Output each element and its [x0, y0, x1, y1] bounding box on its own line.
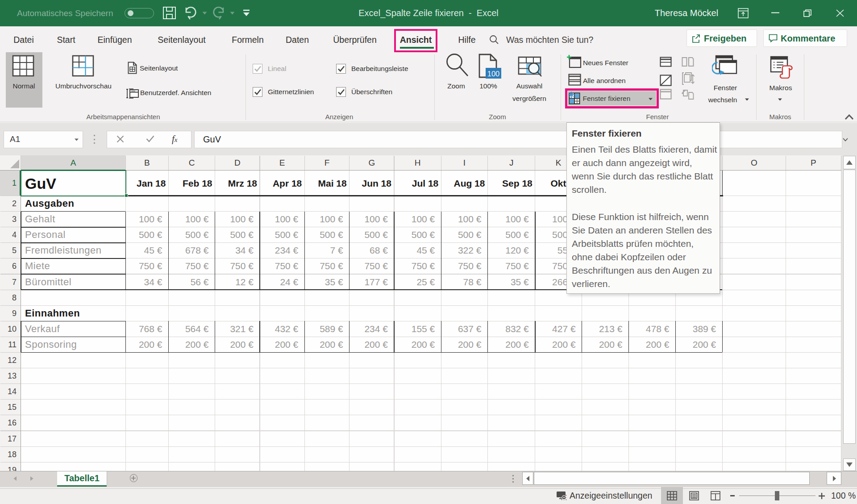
svg-text:100: 100	[487, 70, 500, 78]
